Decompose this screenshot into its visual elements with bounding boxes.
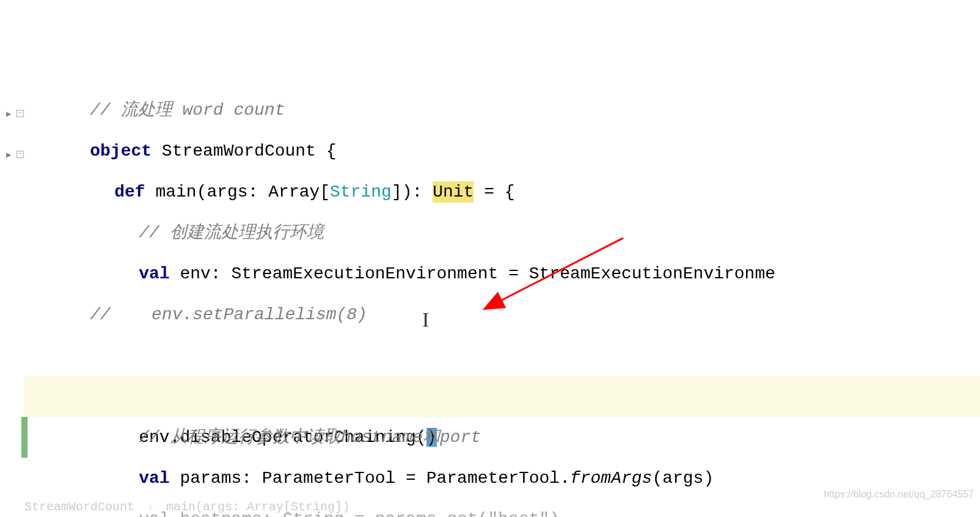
breadcrumb-item[interactable]: main(args: Array[String]) <box>166 500 349 514</box>
gutter: ▶ − ▶ − <box>0 0 24 499</box>
code-line[interactable]: val env: StreamExecutionEnvironment = St… <box>24 212 980 253</box>
code-line[interactable]: // 从程序运行参数中读取hostname和port <box>24 376 980 417</box>
code-line[interactable]: def main(args: Array[String]): Unit = { <box>24 131 980 172</box>
chevron-right-icon: › <box>147 500 154 514</box>
collapse-icon[interactable]: − <box>16 110 24 117</box>
watermark-text: https://blog.csdn.net/qq_28764557 <box>824 489 974 500</box>
code-line-blank[interactable] <box>24 335 980 376</box>
collapse-icon[interactable]: − <box>16 151 24 158</box>
code-line[interactable]: object StreamWordCount { <box>24 90 980 131</box>
code-line[interactable]: // env.setParallelism(8) <box>24 253 980 294</box>
code-editor[interactable]: ▶ − ▶ − // 流处理 word count object StreamW… <box>0 0 980 499</box>
code-line[interactable]: // 创建流处理执行环境 <box>24 172 980 212</box>
code-line[interactable]: // 流处理 word count <box>24 49 980 90</box>
breadcrumb[interactable]: StreamWordCount › main(args: Array[Strin… <box>24 497 349 517</box>
breadcrumb-item[interactable]: StreamWordCount <box>24 500 134 514</box>
run-icon[interactable]: ▶ <box>6 109 17 120</box>
code-line-current[interactable]: env.disableOperatorChaining() <box>24 294 980 335</box>
run-icon[interactable]: ▶ <box>6 150 17 161</box>
code-line[interactable]: val params: ParameterTool = ParameterToo… <box>24 417 980 458</box>
